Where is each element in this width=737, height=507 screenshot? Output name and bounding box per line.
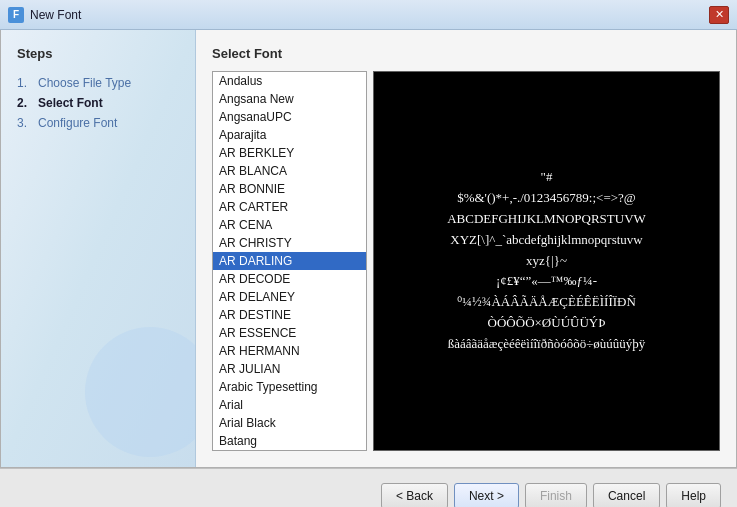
font-section-title: Select Font (212, 46, 720, 61)
window-title: New Font (30, 8, 709, 22)
font-list-item[interactable]: AngsanaUPC (213, 108, 366, 126)
font-list-item[interactable]: Arial (213, 396, 366, 414)
step-1-number: 1. (17, 76, 33, 90)
steps-list: 1. Choose File Type 2. Select Font 3. Co… (17, 73, 179, 133)
font-list-item[interactable]: Arabic Typesetting (213, 378, 366, 396)
steps-title: Steps (17, 46, 179, 61)
next-button[interactable]: Next > (454, 483, 519, 507)
close-button[interactable]: ✕ (709, 6, 729, 24)
title-bar: F New Font ✕ (0, 0, 737, 30)
step-1-label: Choose File Type (38, 76, 131, 90)
font-list-item[interactable]: AR BLANCA (213, 162, 366, 180)
steps-panel: Steps 1. Choose File Type 2. Select Font… (1, 30, 196, 467)
font-list-item[interactable]: AR BONNIE (213, 180, 366, 198)
help-button[interactable]: Help (666, 483, 721, 507)
font-list-item[interactable]: Andalus (213, 72, 366, 90)
step-3[interactable]: 3. Configure Font (17, 113, 179, 133)
font-list-item[interactable]: Batang (213, 432, 366, 450)
font-panel: Select Font AndalusAngsana NewAngsanaUPC… (196, 30, 736, 467)
font-list-item[interactable]: AR BERKLEY (213, 144, 366, 162)
font-list-item[interactable]: AR DECODE (213, 270, 366, 288)
font-list-item[interactable]: AR HERMANN (213, 342, 366, 360)
font-list-item[interactable]: AR ESSENCE (213, 324, 366, 342)
font-list-item[interactable]: Angsana New (213, 90, 366, 108)
back-button[interactable]: < Back (381, 483, 448, 507)
cancel-button[interactable]: Cancel (593, 483, 660, 507)
font-list-item[interactable]: AR DESTINE (213, 306, 366, 324)
finish-button[interactable]: Finish (525, 483, 587, 507)
font-preview: "#$%&'()*+,-./0123456789:;<=>?@ABCDEFGHI… (373, 71, 720, 451)
font-list-item[interactable]: Aparajita (213, 126, 366, 144)
step-3-label: Configure Font (38, 116, 117, 130)
font-list-item[interactable]: AR CHRISTY (213, 234, 366, 252)
window-icon: F (8, 7, 24, 23)
font-list-item[interactable]: AR CARTER (213, 198, 366, 216)
font-list-item[interactable]: AR DELANEY (213, 288, 366, 306)
step-2-number: 2. (17, 96, 33, 110)
step-2-label: Select Font (38, 96, 103, 110)
step-3-number: 3. (17, 116, 33, 130)
bottom-bar: < Back Next > Finish Cancel Help (0, 468, 737, 507)
font-preview-text: "#$%&'()*+,-./0123456789:;<=>?@ABCDEFGHI… (439, 159, 654, 362)
font-content: AndalusAngsana NewAngsanaUPCAparajitaAR … (212, 71, 720, 451)
step-2: 2. Select Font (17, 93, 179, 113)
font-list-item[interactable]: Arial Black (213, 414, 366, 432)
font-list-item[interactable]: AR CENA (213, 216, 366, 234)
font-list-item[interactable]: AR JULIAN (213, 360, 366, 378)
font-list-item[interactable]: AR DARLING (213, 252, 366, 270)
step-1[interactable]: 1. Choose File Type (17, 73, 179, 93)
main-content: Steps 1. Choose File Type 2. Select Font… (0, 30, 737, 468)
font-list[interactable]: AndalusAngsana NewAngsanaUPCAparajitaAR … (212, 71, 367, 451)
